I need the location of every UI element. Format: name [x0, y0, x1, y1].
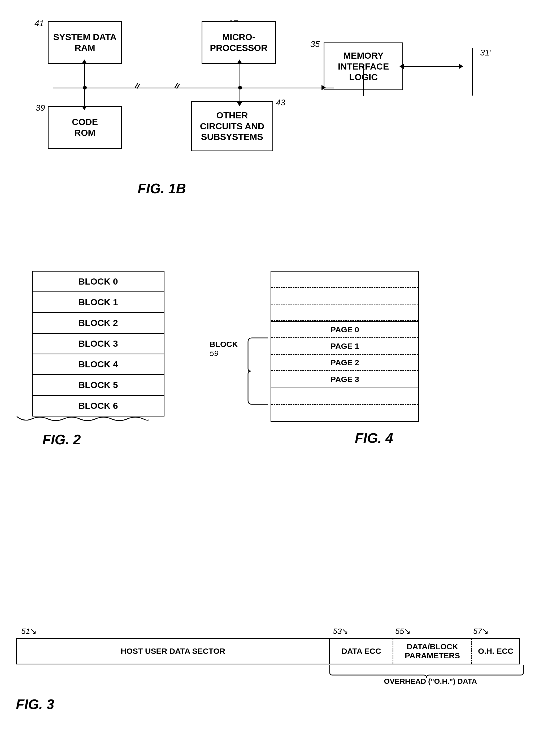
fig4-caption: FIG. 4 — [239, 430, 478, 446]
other-circuits-box: OTHERCIRCUITS ANDSUBSYSTEMS — [191, 101, 273, 151]
arrow-to-oc — [237, 102, 242, 106]
fig1b-diagram: 41 37 35 39 43 31' SYSTEM DATA RAM MICRO… — [16, 11, 520, 228]
arrow-external-out — [459, 64, 463, 69]
block-brace-label: BLOCK 59 — [209, 340, 238, 358]
arrow-to-mp — [237, 59, 242, 64]
external-line — [403, 66, 462, 67]
ref-39: 39 — [36, 103, 45, 113]
page-0-row: PAGE 0 — [271, 322, 418, 338]
block-4-item: BLOCK 4 — [33, 354, 164, 375]
page-3-row: PAGE 3 — [271, 371, 418, 388]
arrow-external-in — [400, 64, 404, 69]
line-mil-to-mp — [363, 64, 364, 96]
line-sdr-to-bus — [84, 64, 85, 88]
arrow-to-mil — [322, 85, 326, 90]
microprocessor-box: MICRO-PROCESSOR — [201, 21, 276, 64]
fig4-row-top2 — [271, 288, 418, 305]
fig4-diagram: PAGE 0 PAGE 1 PAGE 2 PAGE 3 BLOCK 59 FIG… — [239, 271, 478, 446]
ref-51-label: 51↘ — [16, 626, 333, 636]
block-brace-svg — [247, 336, 273, 406]
ref-53-label: 53↘ — [333, 626, 395, 636]
page-2-row: PAGE 2 — [271, 355, 418, 371]
oh-ecc-cell: O.H. ECC — [472, 639, 519, 664]
block-list-wrapper: BLOCK 0 BLOCK 1 BLOCK 2 BLOCK 3 BLOCK 4 … — [16, 271, 165, 424]
external-bracket-v — [472, 48, 473, 96]
fig4-top-border — [270, 271, 419, 321]
fig3-caption: FIG. 3 — [16, 696, 520, 712]
data-block-params-cell: DATA/BLOCKPARAMETERS — [393, 639, 472, 664]
fig3-refs: 51↘ 53↘ 55↘ 57↘ — [16, 626, 520, 636]
ref-31prime: 31' — [480, 48, 491, 57]
ref-57-label: 57↘ — [473, 626, 520, 636]
fig1b-caption: FIG. 1B — [16, 180, 308, 196]
bus-line-h — [53, 88, 334, 88]
fig2-caption: FIG. 2 — [16, 431, 201, 447]
fig3-diagram: 51↘ 53↘ 55↘ 57↘ HOST USER DATA SECTOR DA… — [16, 626, 520, 680]
block-6-item: BLOCK 6 — [33, 396, 164, 416]
line-bus-to-oc — [240, 88, 240, 104]
arrow-to-cr — [82, 106, 87, 110]
page-1-row: PAGE 1 — [271, 338, 418, 355]
slash-1: // — [134, 81, 141, 91]
fig4-row-top3 — [271, 305, 418, 321]
overhead-label: OVERHEAD ("O.H.") DATA — [384, 677, 477, 686]
arrow-to-sdr — [82, 59, 87, 64]
fig4-memory-box: PAGE 0 PAGE 1 PAGE 2 PAGE 3 BLOCK 59 — [270, 271, 419, 422]
line-mp-to-bus — [240, 64, 240, 88]
ref-35: 35 — [310, 39, 320, 49]
ref-55-label: 55↘ — [395, 626, 473, 636]
system-data-ram-box: SYSTEM DATA RAM — [48, 21, 122, 64]
block-3-item: BLOCK 3 — [33, 334, 164, 354]
block-0-item: BLOCK 0 — [33, 272, 164, 292]
wavy-bottom — [16, 416, 150, 424]
fig3-main-box: HOST USER DATA SECTOR DATA ECC DATA/BLOC… — [16, 638, 520, 664]
line-bus-to-cr — [84, 88, 85, 108]
block-5-item: BLOCK 5 — [33, 375, 164, 396]
ref-41: 41 — [35, 19, 44, 29]
slash-2: // — [174, 81, 181, 91]
block-2-item: BLOCK 2 — [33, 313, 164, 334]
block-1-item: BLOCK 1 — [33, 292, 164, 313]
fig4-row-bot2 — [271, 405, 418, 421]
host-user-data-sector: HOST USER DATA SECTOR — [17, 639, 330, 664]
block-list: BLOCK 0 BLOCK 1 BLOCK 2 BLOCK 3 BLOCK 4 … — [32, 271, 165, 417]
fig4-bottom-border — [270, 388, 419, 422]
fig4-row-top1 — [271, 272, 418, 288]
fig2-diagram: BLOCK 0 BLOCK 1 BLOCK 2 BLOCK 3 BLOCK 4 … — [16, 271, 201, 447]
ref-43: 43 — [276, 98, 285, 108]
fig4-row-bot1 — [271, 388, 418, 405]
fig4-inner: PAGE 0 PAGE 1 PAGE 2 PAGE 3 BLOCK 59 — [270, 271, 419, 422]
code-rom-box: CODEROM — [48, 106, 122, 149]
fig4-block-box: PAGE 0 PAGE 1 PAGE 2 PAGE 3 — [270, 321, 419, 388]
data-ecc-cell: DATA ECC — [330, 639, 393, 664]
